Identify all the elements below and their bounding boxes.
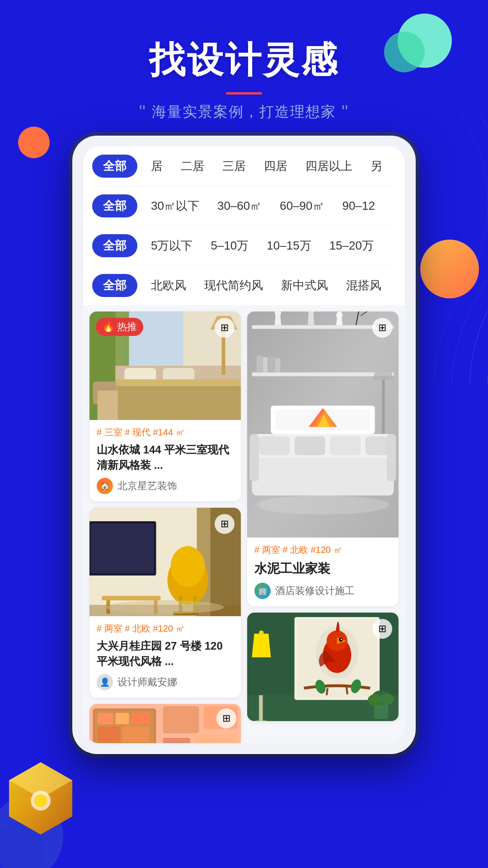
filter-style-mixed[interactable]: 混搭风 bbox=[342, 274, 386, 297]
filter-area-60-90[interactable]: 60–90㎡ bbox=[275, 194, 328, 217]
card2-author: 🏢 酒店装修设计施工 bbox=[254, 583, 391, 599]
filter-all-area[interactable]: 全部 bbox=[92, 194, 137, 217]
filter-style-nordic[interactable]: 北欧风 bbox=[146, 274, 191, 297]
card1-tags: # 三室 # 现代 #144 ㎡ bbox=[97, 426, 234, 439]
cards-right-column: ⊞ # 两室 # 北欧 #120 ㎡ 水泥工业家装 🏢 酒店装修设计施工 bbox=[247, 311, 399, 743]
svg-point-84 bbox=[259, 631, 263, 635]
svg-rect-49 bbox=[195, 733, 238, 743]
svg-rect-40 bbox=[116, 713, 129, 724]
card1-author-name: 北京星艺装饰 bbox=[117, 479, 177, 493]
title-underline bbox=[226, 92, 262, 94]
bookmark-icon-5: ⊞ bbox=[222, 712, 230, 724]
svg-rect-23 bbox=[91, 524, 154, 573]
svg-point-27 bbox=[171, 546, 205, 587]
svg-rect-72 bbox=[387, 434, 396, 481]
card-coral-room[interactable]: ⊞ bbox=[89, 704, 241, 743]
svg-rect-62 bbox=[263, 357, 267, 373]
card2-author-name: 酒店装修设计施工 bbox=[275, 584, 355, 598]
filter-row-style: 全部 北欧风 现代简约风 新中式风 混搭风 bbox=[92, 266, 396, 305]
house-icon-2: 🏢 bbox=[258, 587, 267, 595]
filter-two-room[interactable]: 二居 bbox=[176, 155, 209, 178]
svg-rect-63 bbox=[268, 356, 275, 373]
card3-bookmark[interactable]: ⊞ bbox=[215, 514, 235, 534]
card-bedroom-image: 🔥 热推 ⊞ bbox=[89, 311, 241, 420]
filter-budget-5-10[interactable]: 5–10万 bbox=[206, 234, 253, 257]
phone-frame: 全部 居 二居 三居 四居 四居以上 另 全部 30㎡以下 30–60㎡ 60–… bbox=[72, 136, 416, 754]
filter-area-30[interactable]: 30㎡以下 bbox=[146, 194, 204, 217]
card1-author: 🏠 北京星艺装饰 bbox=[97, 478, 234, 494]
card-coral-image: ⊞ bbox=[89, 704, 241, 743]
svg-point-35 bbox=[107, 600, 224, 614]
filter-all-style[interactable]: 全部 bbox=[92, 274, 137, 297]
filter-budget-10-15[interactable]: 10–15万 bbox=[262, 234, 315, 257]
svg-rect-71 bbox=[249, 434, 259, 481]
card3-author: 👤 设计师戴安娜 bbox=[97, 674, 234, 690]
svg-rect-19 bbox=[98, 391, 118, 420]
card-industrial[interactable]: ⊞ # 两室 # 北欧 #120 ㎡ 水泥工业家装 🏢 酒店装修设计施工 bbox=[247, 311, 399, 606]
fire-icon: 🔥 bbox=[102, 321, 114, 333]
card-green-room[interactable]: ⊞ bbox=[247, 613, 399, 721]
card4-bookmark[interactable]: ⊞ bbox=[372, 619, 392, 639]
svg-rect-68 bbox=[295, 436, 325, 455]
hot-badge: 🔥 热推 bbox=[96, 318, 143, 336]
filter-budget-5[interactable]: 5万以下 bbox=[146, 234, 197, 257]
svg-rect-39 bbox=[98, 713, 113, 724]
filter-style-modern[interactable]: 现代简约风 bbox=[200, 274, 267, 297]
bookmark-icon-2: ⊞ bbox=[378, 322, 386, 334]
svg-rect-42 bbox=[98, 726, 120, 742]
filter-area-30-60[interactable]: 30–60㎡ bbox=[213, 194, 266, 217]
filter-section: 全部 居 二居 三居 四居 四居以上 另 全部 30㎡以下 30–60㎡ 60–… bbox=[83, 146, 405, 305]
subtitle: " 海量实景案例，打造理想家 " bbox=[0, 102, 488, 122]
subtitle-text: 海量实景案例，打造理想家 bbox=[152, 102, 336, 122]
card2-content: # 两室 # 北欧 #120 ㎡ 水泥工业家装 🏢 酒店装修设计施工 bbox=[247, 538, 399, 606]
card1-title: 山水依城 144 平米三室现代清新风格装 ... bbox=[97, 442, 234, 472]
svg-point-3 bbox=[34, 794, 47, 807]
filter-four-plus-room[interactable]: 四居以上 bbox=[301, 155, 357, 178]
card-living-room[interactable]: ⊞ # 两室 # 北欧 #120 ㎡ 大兴月桂庄园 27 号楼 120 平米现代… bbox=[89, 508, 241, 698]
filter-budget-15-20[interactable]: 15–20万 bbox=[325, 234, 378, 257]
cards-grid: 🔥 热推 ⊞ # 三室 # 现代 #144 ㎡ 山水依城 144 平米三室现代清… bbox=[83, 305, 405, 743]
svg-rect-69 bbox=[330, 436, 361, 455]
filter-four-room[interactable]: 四居 bbox=[259, 155, 292, 178]
person-icon: 👤 bbox=[100, 677, 110, 687]
filter-all-room[interactable]: 全部 bbox=[92, 155, 137, 178]
card2-tags: # 两室 # 北欧 #120 ㎡ bbox=[254, 544, 391, 556]
card-living-image: ⊞ bbox=[89, 508, 241, 616]
filter-three-room[interactable]: 三居 bbox=[218, 155, 250, 178]
card-bedroom[interactable]: 🔥 热推 ⊞ # 三室 # 现代 #144 ㎡ 山水依城 144 平米三室现代清… bbox=[89, 311, 241, 501]
svg-point-99 bbox=[380, 693, 394, 705]
svg-marker-79 bbox=[372, 373, 394, 380]
svg-rect-67 bbox=[259, 436, 290, 455]
svg-rect-46 bbox=[163, 706, 199, 733]
main-title: 找设计灵感 bbox=[0, 36, 488, 85]
card3-author-name: 设计师戴安娜 bbox=[117, 675, 177, 689]
filter-single-room[interactable]: 居 bbox=[146, 155, 167, 178]
filter-row-area: 全部 30㎡以下 30–60㎡ 60–90㎡ 90–12 bbox=[92, 186, 396, 226]
card1-bookmark[interactable]: ⊞ bbox=[215, 318, 235, 338]
svg-rect-78 bbox=[382, 380, 385, 434]
hot-label: 热推 bbox=[117, 320, 137, 334]
svg-rect-61 bbox=[257, 356, 263, 373]
svg-rect-57 bbox=[252, 373, 394, 376]
filter-style-chinese[interactable]: 新中式风 bbox=[277, 274, 333, 297]
card3-author-avatar: 👤 bbox=[97, 674, 113, 690]
filter-all-budget[interactable]: 全部 bbox=[92, 234, 137, 257]
card3-title: 大兴月桂庄园 27 号楼 120 平米现代风格 ... bbox=[97, 638, 234, 669]
card2-author-avatar: 🏢 bbox=[254, 583, 271, 599]
svg-rect-43 bbox=[122, 726, 150, 742]
card3-content: # 两室 # 北欧 #120 ㎡ 大兴月桂庄园 27 号楼 120 平米现代风格… bbox=[89, 616, 241, 698]
card3-tags: # 两室 # 北欧 #120 ㎡ bbox=[97, 623, 234, 635]
phone-inner: 全部 居 二居 三居 四居 四居以上 另 全部 30㎡以下 30–60㎡ 60–… bbox=[83, 146, 405, 743]
bg-decoration-gold-shape bbox=[5, 758, 77, 841]
bookmark-icon-4: ⊞ bbox=[378, 623, 386, 635]
card2-title: 水泥工业家装 bbox=[254, 560, 391, 577]
cards-left-column: 🔥 热推 ⊞ # 三室 # 现代 #144 ㎡ 山水依城 144 平米三室现代清… bbox=[89, 311, 241, 743]
card1-author-avatar: 🏠 bbox=[97, 478, 113, 494]
svg-rect-83 bbox=[259, 695, 263, 721]
card2-bookmark[interactable]: ⊞ bbox=[372, 318, 392, 338]
phone-mockup: 全部 居 二居 三居 四居 四居以上 另 全部 30㎡以下 30–60㎡ 60–… bbox=[72, 136, 416, 754]
filter-area-90-120[interactable]: 90–12 bbox=[338, 195, 380, 217]
bg-decoration-circle-orange-right bbox=[420, 240, 479, 298]
svg-rect-48 bbox=[163, 738, 190, 743]
filter-more-room[interactable]: 另 bbox=[366, 155, 387, 178]
